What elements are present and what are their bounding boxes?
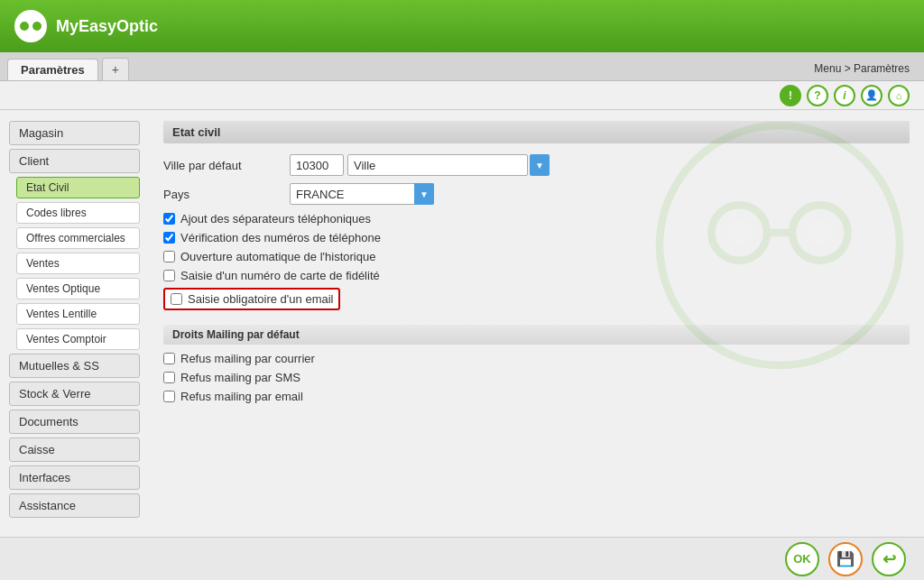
checkbox-fidelite-label: Saisie d'un numéro de carte de fidélité — [180, 269, 380, 282]
sidebar-item-offres-commerciales[interactable]: Offres commerciales — [16, 227, 140, 249]
sidebar-sub-client: Etat Civil Codes libres Offres commercia… — [16, 177, 140, 350]
ville-code-input[interactable] — [290, 154, 344, 176]
ok-button[interactable]: OK — [785, 542, 819, 576]
ville-row: Ville par défaut ▼ — [163, 154, 910, 176]
sidebar-item-caisse[interactable]: Caisse — [9, 437, 140, 462]
save-icon: 💾 — [836, 550, 855, 567]
checkbox-email-input[interactable] — [171, 293, 182, 305]
droits-mailing-header: Droits Mailing par défaut — [163, 325, 910, 345]
checkbox-verification-label: Vérification des numéros de téléphone — [180, 231, 381, 244]
sidebar-item-stock[interactable]: Stock & Verre — [9, 382, 140, 406]
checkbox-mailing-sms: Refus mailing par SMS — [163, 371, 910, 384]
pays-select-wrapper: FRANCE ▼ — [290, 183, 434, 205]
sidebar: Magasin Client Etat Civil Codes libres O… — [0, 110, 149, 537]
checkbox-mailing-email: Refus mailing par email — [163, 390, 910, 403]
logo-dot-right — [32, 22, 42, 31]
main-layout: Magasin Client Etat Civil Codes libres O… — [0, 110, 924, 537]
checkbox-mailing-sms-input[interactable] — [163, 372, 175, 383]
sidebar-item-assistance[interactable]: Assistance — [9, 493, 140, 518]
checkbox-fidelite: Saisie d'un numéro de carte de fidélité — [163, 269, 910, 282]
ville-name-input[interactable] — [347, 154, 528, 176]
logo-dot-left — [20, 22, 29, 31]
sidebar-item-client[interactable]: Client — [9, 149, 140, 173]
ville-dropdown-arrow: ▼ — [535, 161, 544, 170]
checkbox-mailing-courrier-input[interactable] — [163, 353, 175, 364]
help-icon[interactable]: ? — [807, 85, 828, 106]
toolbar-icons: ! ? i 👤 ⌂ — [0, 81, 924, 110]
sidebar-item-ventes-lentille[interactable]: Ventes Lentille — [16, 303, 140, 325]
app-title: MyEasyOptic — [56, 17, 158, 36]
search-user-icon[interactable]: 👤 — [861, 85, 882, 106]
sidebar-item-documents[interactable]: Documents — [9, 410, 140, 434]
logo — [14, 10, 47, 42]
checkbox-verification-input[interactable] — [163, 232, 175, 244]
sidebar-item-etat-civil[interactable]: Etat Civil — [16, 177, 140, 198]
sidebar-item-interfaces[interactable]: Interfaces — [9, 465, 140, 490]
tab-add[interactable]: + — [102, 58, 129, 80]
sidebar-item-magasin[interactable]: Magasin — [9, 121, 140, 145]
content-area: Etat civil Ville par défaut ▼ Pays FRANC… — [149, 110, 924, 537]
checkbox-mailing-email-label: Refus mailing par email — [180, 390, 303, 403]
checkbox-email-highlighted: Saisie obligatoire d'un email — [163, 288, 340, 310]
home-icon[interactable]: ⌂ — [888, 85, 910, 106]
sidebar-item-ventes-comptoir[interactable]: Ventes Comptoir — [16, 328, 140, 350]
checkbox-separateurs-label: Ajout des séparateurs téléphoniques — [180, 212, 371, 226]
checkbox-email-label: Saisie obligatoire d'un email — [188, 292, 333, 306]
checkbox-mailing-sms-label: Refus mailing par SMS — [180, 371, 300, 384]
sidebar-item-ventes-optique[interactable]: Ventes Optique — [16, 278, 140, 299]
pays-row: Pays FRANCE ▼ — [163, 183, 910, 205]
bottom-bar: OK 💾 ↩ — [0, 537, 924, 580]
section-etat-civil-header: Etat civil — [163, 121, 910, 143]
checkbox-mailing-courrier: Refus mailing par courrier — [163, 352, 910, 365]
sidebar-item-mutuelles[interactable]: Mutuelles & SS — [9, 354, 140, 378]
tab-bar: Paramètres + Menu > Paramètres — [0, 52, 924, 81]
info-filled-icon[interactable]: ! — [780, 85, 801, 106]
checkbox-fidelite-input[interactable] — [163, 270, 175, 281]
sidebar-item-codes-libres[interactable]: Codes libres — [16, 202, 140, 224]
checkbox-verification: Vérification des numéros de téléphone — [163, 231, 910, 244]
ok-label: OK — [793, 552, 811, 566]
exit-icon: ↩ — [882, 549, 896, 569]
checkbox-mailing-email-input[interactable] — [163, 391, 175, 402]
checkbox-separateurs: Ajout des séparateurs téléphoniques — [163, 212, 910, 226]
checkbox-historique-label: Ouverture automatique de l'historique — [180, 250, 375, 263]
ville-label: Ville par défaut — [163, 159, 290, 172]
checkbox-separateurs-input[interactable] — [163, 213, 175, 225]
app-header: MyEasyOptic — [0, 0, 924, 52]
checkbox-historique: Ouverture automatique de l'historique — [163, 250, 910, 263]
checkbox-mailing-courrier-label: Refus mailing par courrier — [180, 352, 315, 365]
ville-dropdown-wrapper: ▼ — [530, 154, 550, 176]
checkbox-historique-input[interactable] — [163, 251, 175, 262]
save-button[interactable]: 💾 — [828, 542, 863, 576]
pays-select[interactable]: FRANCE — [290, 183, 434, 205]
breadcrumb: Menu > Paramètres — [814, 62, 910, 75]
ville-dropdown-btn[interactable]: ▼ — [530, 154, 550, 176]
tab-parametres[interactable]: Paramètres — [7, 59, 98, 80]
sidebar-item-ventes[interactable]: Ventes — [16, 253, 140, 274]
checkboxes-group: Ajout des séparateurs téléphoniques Véri… — [163, 212, 910, 316]
info-icon[interactable]: i — [834, 85, 855, 106]
logo-icon — [20, 22, 42, 31]
exit-button[interactable]: ↩ — [872, 542, 906, 576]
checkbox-email-row-wrapper: Saisie obligatoire d'un email — [163, 288, 910, 316]
pays-label: Pays — [163, 188, 290, 201]
